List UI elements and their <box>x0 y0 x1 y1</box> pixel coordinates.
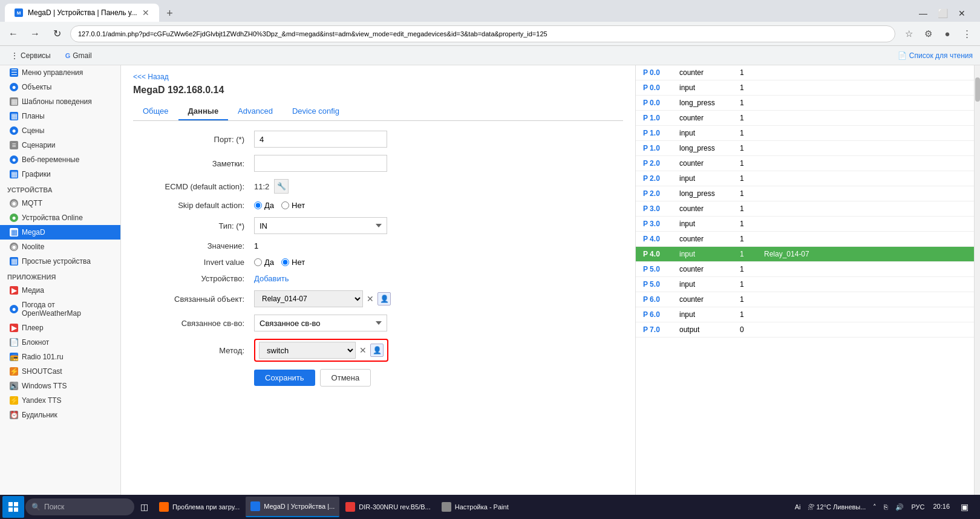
bookmark-gmail[interactable]: G Gmail <box>62 50 96 61</box>
sidebar-item-templates[interactable]: ▦ Шаблоны поведения <box>0 94 120 109</box>
table-row[interactable]: P 2.0 long_press 1 <box>636 186 974 201</box>
sidebar-item-alarm[interactable]: ⏰ Будильник <box>0 408 120 422</box>
table-row[interactable]: P 3.0 input 1 <box>636 217 974 232</box>
refresh-button[interactable]: ↻ <box>48 25 65 42</box>
tab-general[interactable]: Общее <box>133 103 178 120</box>
table-row[interactable]: P 5.0 input 1 <box>636 277 974 292</box>
time-display[interactable]: 20:16 <box>929 502 953 511</box>
method-clear-btn[interactable]: ✕ <box>359 345 367 355</box>
table-row[interactable]: P 1.0 long_press 1 <box>636 141 974 156</box>
invert-no-radio-input[interactable] <box>281 258 289 266</box>
table-row[interactable]: P 7.0 output 0 <box>636 322 974 338</box>
table-row[interactable]: P 4.0 input 1 Relay_014-07 <box>636 247 974 262</box>
menu-icon[interactable]: ⋮ <box>958 25 975 42</box>
linked-obj-select[interactable]: Relay_014-07 <box>254 290 363 307</box>
reading-list-btn[interactable]: 📄 Список для чтения <box>898 51 973 60</box>
profile-icon[interactable]: ● <box>939 25 956 42</box>
sidebar-item-objects[interactable]: ● Объекты <box>0 80 120 94</box>
table-row[interactable]: P 3.0 counter 1 <box>636 201 974 217</box>
star-icon[interactable]: ☆ <box>900 25 917 42</box>
sidebar-item-win-tts[interactable]: 🔊 Windows TTS <box>0 379 120 393</box>
table-row[interactable]: P 6.0 counter 1 <box>636 292 974 307</box>
add-device-link[interactable]: Добавить <box>254 274 289 283</box>
minimize-button[interactable]: — <box>915 5 932 22</box>
new-tab-button[interactable]: + <box>162 5 178 22</box>
notes-input[interactable] <box>254 155 387 172</box>
table-row[interactable]: P 1.0 input 1 <box>636 126 974 141</box>
back-button[interactable]: ← <box>5 25 22 42</box>
sidebar-item-web-vars[interactable]: ● Веб-переменные <box>0 152 120 167</box>
skip-no-radio[interactable]: Нет <box>281 201 305 210</box>
close-button[interactable]: ✕ <box>953 5 970 22</box>
sidebar-item-megad[interactable]: ▦ MegaD <box>0 225 120 240</box>
sidebar-item-weather[interactable]: ● Погода от OpenWeatherMap <box>0 298 120 321</box>
scrollbar-thumb[interactable] <box>975 77 980 102</box>
tab-data[interactable]: Данные <box>178 103 229 120</box>
sidebar-item-plans[interactable]: ▦ Планы <box>0 109 120 123</box>
table-row[interactable]: P 2.0 counter 1 <box>636 156 974 171</box>
table-row[interactable]: P 6.0 input 1 <box>636 307 974 322</box>
tray-lang[interactable]: РУС <box>909 502 927 512</box>
invert-yes-radio[interactable]: Да <box>254 258 274 267</box>
linked-obj-user-btn[interactable]: 👤 <box>377 292 391 305</box>
table-row[interactable]: P 4.0 counter 1 <box>636 232 974 247</box>
sidebar-item-player[interactable]: ▶ Плеер <box>0 321 120 335</box>
taskbar-btn-task-view[interactable]: ◫ <box>136 497 153 517</box>
skip-yes-radio-input[interactable] <box>254 201 262 209</box>
ecmd-wrench-button[interactable]: 🔧 <box>274 179 289 194</box>
table-row[interactable]: P 0.0 long_press 1 <box>636 96 974 111</box>
tab-close-btn[interactable]: ✕ <box>142 8 149 18</box>
invert-no-radio[interactable]: Нет <box>281 258 305 267</box>
sidebar-item-yandex-tts[interactable]: ⚡ Yandex TTS <box>0 393 120 408</box>
tab-device-config[interactable]: Device config <box>283 103 349 120</box>
tray-ai-label[interactable]: Ai <box>792 502 803 512</box>
invert-yes-radio-input[interactable] <box>254 258 262 266</box>
table-row[interactable]: P 1.0 counter 1 <box>636 111 974 126</box>
tray-network[interactable]: ⎘ <box>881 502 890 512</box>
sidebar-item-noolite[interactable]: ◉ Noolite <box>0 240 120 254</box>
address-input[interactable] <box>70 25 895 42</box>
method-user-btn[interactable]: 👤 <box>370 344 384 357</box>
skip-no-radio-input[interactable] <box>281 201 289 209</box>
sidebar-item-shoutcast[interactable]: ⚡ SHOUTCast <box>0 364 120 379</box>
linked-obj-clear-btn[interactable]: ✕ <box>367 294 374 304</box>
taskbar-item-problem[interactable]: Проблема при загру... <box>154 497 244 517</box>
method-select[interactable]: switch <box>259 342 356 359</box>
type-select[interactable]: IN OUT DSen I2C PWM <box>254 217 387 234</box>
sidebar-item-media[interactable]: ▶ Медиа <box>0 283 120 298</box>
table-row[interactable]: P 0.0 counter 1 <box>636 65 974 80</box>
port-input[interactable] <box>254 131 387 148</box>
linked-prop-select[interactable]: Связанное св-во <box>254 315 387 331</box>
maximize-button[interactable]: ⬜ <box>934 5 951 22</box>
tab-advanced[interactable]: Advanced <box>228 103 283 120</box>
back-link[interactable]: <<< Назад <box>133 73 623 81</box>
forward-button[interactable]: → <box>27 25 44 42</box>
sidebar-item-mqtt[interactable]: ◉ MQTT <box>0 196 120 211</box>
notification-button[interactable]: ▣ <box>956 498 973 515</box>
save-button[interactable]: Сохранить <box>254 370 315 386</box>
bookmark-services[interactable]: ⋮ Сервисы <box>7 50 54 61</box>
skip-yes-radio[interactable]: Да <box>254 201 274 210</box>
taskbar-search[interactable]: 🔍 Поиск <box>25 498 134 515</box>
table-row[interactable]: P 5.0 counter 1 <box>636 262 974 277</box>
tray-arrow-up[interactable]: ˄ <box>871 502 879 512</box>
extension-icon[interactable]: ⚙ <box>920 25 936 42</box>
taskbar-item-paint[interactable]: Настройка - Paint <box>437 497 514 517</box>
sidebar-item-menu[interactable]: ☰ Меню управления <box>0 65 120 80</box>
browser-tab-active[interactable]: M MegaD | Устройства | Панель у... ✕ <box>5 4 159 22</box>
tray-weather[interactable]: ⛈ 12°C Ливневы... <box>805 502 868 512</box>
table-row[interactable]: P 0.0 input 1 <box>636 80 974 96</box>
tray-volume[interactable]: 🔊 <box>893 502 906 512</box>
sidebar-item-simple-devices[interactable]: ▦ Простые устройства <box>0 254 120 269</box>
sidebar-item-devices-online[interactable]: ● Устройства Online <box>0 211 120 225</box>
sidebar-item-notepad[interactable]: 📄 Блокнот <box>0 335 120 350</box>
table-row[interactable]: P 2.0 input 1 <box>636 171 974 186</box>
taskbar-item-dir[interactable]: DIR-300NRU rev.B5/B... <box>341 497 435 517</box>
taskbar-item-megad[interactable]: MegaD | Устройства |... <box>246 497 339 517</box>
sidebar-item-scenarios[interactable]: ≡ Сценарии <box>0 138 120 152</box>
start-button[interactable] <box>2 496 24 518</box>
scrollbar[interactable] <box>974 65 980 495</box>
sidebar-item-scenes[interactable]: ● Сцены <box>0 123 120 138</box>
cancel-button[interactable]: Отмена <box>320 369 371 387</box>
sidebar-item-radio[interactable]: 📻 Radio 101.ru <box>0 350 120 364</box>
